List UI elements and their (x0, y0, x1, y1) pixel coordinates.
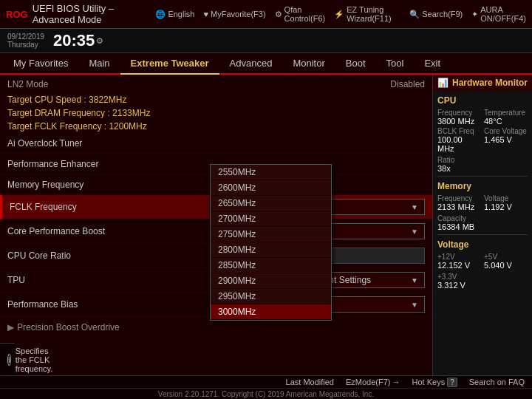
hw-v33: +3.3V 3.312 V (437, 273, 528, 290)
perf-bias-arrow-icon: ▼ (411, 301, 418, 309)
fclk-option-2550[interactable]: 2550MHz (211, 165, 331, 180)
hw-divider-2 (437, 234, 528, 235)
qfan-tool[interactable]: ⚙ Qfan Control(F6) (275, 5, 326, 23)
status-bar: Last Modified EzMode(F7)→ Hot Keys ? Sea… (0, 375, 532, 399)
core-perf-arrow-icon: ▼ (411, 228, 418, 236)
tab-extreme-tweaker[interactable]: Extreme Tweaker (120, 53, 219, 75)
hw-mem-capacity: Capacity 16384 MB (437, 214, 528, 231)
date-bottom: Thursday (7, 41, 44, 49)
hw-v5: +5V 5.040 V (484, 253, 528, 270)
fclk-option-2900[interactable]: 2900MHz (211, 273, 331, 289)
target-dram-label: Target DRAM Frequency : 2133MHz (7, 108, 150, 118)
title-bar: ROG UEFI BIOS Utility – Advanced Mode 🌐 … (0, 0, 532, 29)
nav-bar: My Favorites Main Extreme Tweaker Advanc… (0, 53, 532, 75)
myfavorite-tool[interactable]: ♥ MyFavorite(F3) (203, 10, 265, 18)
hw-memory-section: Memory (437, 181, 528, 191)
expand-icon: ▶ (7, 322, 14, 332)
language-tool[interactable]: 🌐 English (155, 10, 194, 19)
tab-exit[interactable]: Exit (414, 53, 451, 75)
status-bar-bottom: Version 2.20.1271. Copyright (C) 2019 Am… (0, 389, 532, 399)
fclk-option-2600[interactable]: 2600MHz (211, 180, 331, 196)
time-display: 20:35 ⚙ (53, 31, 103, 50)
tab-main[interactable]: Main (78, 53, 120, 75)
main-layout: LN2 Mode Disabled Target CPU Speed : 382… (0, 75, 532, 399)
datetime-display: 09/12/2019 Thursday (7, 33, 44, 49)
hw-mem-volt: Voltage 1.192 V (484, 194, 528, 211)
title-bar-left: ROG UEFI BIOS Utility – Advanced Mode (6, 3, 155, 25)
hw-volt-grid: +12V 12.152 V +5V 5.040 V (437, 253, 528, 270)
fclk-option-2750[interactable]: 2750MHz (211, 227, 331, 242)
hw-cpu-corevolt-label: Core Voltage 1.465 V (484, 127, 528, 153)
status-bar-top: Last Modified EzMode(F7)→ Hot Keys ? Sea… (0, 376, 532, 389)
info-icon: i (7, 354, 11, 366)
hw-cpu-section: CPU (437, 95, 528, 106)
hw-cpu-bclk-label: BCLK Freq 100.00 MHz (437, 127, 481, 153)
hw-monitor-icon: 📊 (437, 78, 449, 88)
hw-voltage-section: Voltage (437, 239, 528, 250)
search-faq-btn[interactable]: Search on FAQ (469, 378, 525, 386)
hw-cpu-temp-label: Temperature 48°C (484, 109, 528, 126)
ez-mode-btn[interactable]: EzMode(F7)→ (346, 378, 400, 386)
tab-my-favorites[interactable]: My Favorites (3, 53, 78, 75)
target-cpu-label: Target CPU Speed : 3822MHz (7, 95, 126, 105)
target-fclk-label: Target FCLK Frequency : 1200MHz (7, 121, 147, 132)
tab-tool[interactable]: Tool (376, 53, 415, 75)
ez-mode-arrow-icon: → (392, 378, 400, 386)
hot-keys-btn[interactable]: Hot Keys ? (412, 378, 457, 386)
fclk-option-3000[interactable]: 3000MHz (211, 304, 331, 320)
ai-overclock-label: Ai Overclock Tuner (7, 138, 292, 149)
eztuning-tool[interactable]: ⚡ EZ Tuning Wizard(F11) (334, 5, 400, 23)
tab-boot[interactable]: Boot (335, 53, 376, 75)
fclk-dropdown-arrow-icon: ▼ (411, 203, 418, 211)
hw-cpu-grid: Frequency 3800 MHz Temperature 48°C BCLK… (437, 109, 528, 153)
fclk-option-2650[interactable]: 2650MHz (211, 196, 331, 211)
date-top: 09/12/2019 (7, 33, 44, 41)
target-fclk-row: Target FCLK Frequency : 1200MHz (0, 120, 432, 133)
fclk-option-2700[interactable]: 2700MHz (211, 211, 331, 227)
hw-monitor-title: 📊 Hardware Monitor (433, 75, 532, 91)
rog-logo: ROG (6, 9, 28, 20)
copyright-text: Version 2.20.1271. Copyright (C) 2019 Am… (158, 390, 374, 398)
tpu-arrow-icon: ▼ (411, 276, 418, 284)
fclk-dropdown-list[interactable]: 2550MHz 2600MHz 2650MHz 2700MHz 2750MHz … (210, 164, 332, 321)
info-bar: i Specifies the FCLK frequency. (0, 343, 15, 376)
clock-time: 20:35 (53, 31, 95, 50)
hw-cpu-freq-label: Frequency 3800 MHz (437, 109, 481, 126)
tab-advanced[interactable]: Advanced (219, 53, 283, 75)
last-modified-btn[interactable]: Last Modified (286, 378, 334, 386)
fclk-option-2950[interactable]: 2950MHz (211, 289, 331, 304)
hw-divider-1 (437, 176, 528, 177)
title-bar-tools: 🌐 English ♥ MyFavorite(F3) ⚙ Qfan Contro… (155, 5, 526, 23)
hardware-monitor-panel: 📊 Hardware Monitor CPU Frequency 3800 MH… (432, 75, 532, 399)
hw-mem-grid: Frequency 2133 MHz Voltage 1.192 V (437, 194, 528, 211)
hw-mem-freq: Frequency 2133 MHz (437, 194, 481, 211)
fclk-option-2850[interactable]: 2850MHz (211, 258, 331, 273)
datetime-bar: 09/12/2019 Thursday 20:35 ⚙ (0, 29, 532, 53)
hw-cpu-ratio: Ratio 38x (437, 156, 528, 173)
info-text: Specifies the FCLK frequency. (16, 347, 53, 373)
fclk-option-2800[interactable]: 2800MHz (211, 242, 331, 258)
aura-tool[interactable]: ✦ AURA ON/OFF(F4) (471, 5, 526, 23)
clock-gear-icon[interactable]: ⚙ (96, 36, 103, 46)
bios-title: UEFI BIOS Utility – Advanced Mode (33, 3, 156, 25)
ln2-mode-label: LN2 Mode (7, 79, 390, 89)
target-cpu-row: Target CPU Speed : 3822MHz (0, 93, 432, 106)
tab-monitor[interactable]: Monitor (282, 53, 335, 75)
hot-keys-badge: ? (447, 378, 457, 387)
ln2-mode-value: Disabled (390, 79, 425, 89)
search-tool[interactable]: 🔍 Search(F9) (409, 10, 463, 19)
precision-boost-label: Precision Boost Overdrive (17, 322, 425, 332)
hw-v12: +12V 12.152 V (437, 253, 481, 270)
ln2-mode-row: LN2 Mode Disabled (0, 75, 432, 93)
target-dram-row: Target DRAM Frequency : 2133MHz (0, 106, 432, 120)
ai-overclock-row[interactable]: Ai Overclock Tuner (0, 133, 432, 154)
left-panel: LN2 Mode Disabled Target CPU Speed : 382… (0, 75, 432, 399)
